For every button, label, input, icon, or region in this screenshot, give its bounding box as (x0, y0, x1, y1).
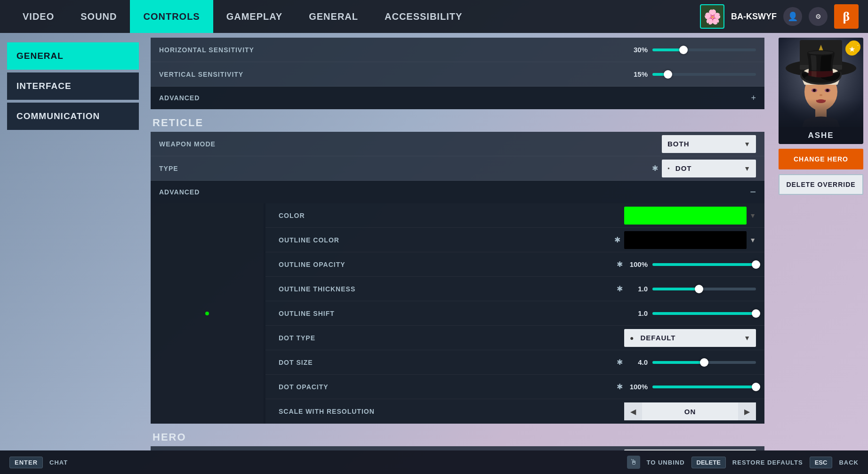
outline-shift-thumb[interactable] (752, 309, 760, 318)
nav-right-section: 🌸 BA-KSWYF 👤 ⚙ β (700, 4, 859, 29)
scale-right-arrow-icon[interactable]: ▶ (738, 402, 756, 420)
scale-resolution-row: SCALE WITH RESOLUTION ◀ ON ▶ (265, 399, 764, 424)
allied-health-bars-row: ALLIED HEALTH BARS DEFAULT ▼ (151, 446, 764, 450)
sidebar-item-interface[interactable]: INTERFACE (7, 72, 139, 100)
weapon-mode-value: BOTH (667, 140, 740, 148)
outline-shift-row: OUTLINE SHIFT 1.0 (265, 301, 764, 326)
chat-label: CHAT (49, 459, 68, 466)
mouse-icon: 🖱 (627, 456, 640, 469)
hero-name-bar: ASHE (779, 127, 863, 144)
horizontal-sensitivity-value: 30% (627, 46, 648, 54)
tab-accessibility[interactable]: ACCESSIBILITY (371, 0, 475, 33)
tab-video[interactable]: VIDEO (9, 0, 67, 33)
svg-rect-2 (800, 40, 842, 69)
outline-color-row: OUTLINE COLOR ✱ ▼ (265, 228, 764, 252)
sidebar-item-general[interactable]: GENERAL (7, 42, 139, 70)
outline-opacity-star-icon: ✱ (617, 260, 623, 269)
weapon-mode-row: WEAPON MODE BOTH ▼ (151, 132, 764, 156)
vertical-sensitivity-value: 15% (627, 70, 648, 78)
outline-thickness-slider[interactable] (652, 288, 756, 290)
dot-preview-area (151, 203, 264, 424)
horizontal-sensitivity-thumb[interactable] (679, 46, 688, 54)
dot-opacity-slider[interactable] (652, 386, 756, 388)
svg-point-9 (826, 89, 829, 92)
right-panel: ★ ASHE CHANGE HERO DELETE OVERRIDE (774, 33, 868, 450)
top-navigation: VIDEO SOUND CONTROLS GAMEPLAY GENERAL AC… (0, 0, 868, 33)
dot-opacity-star-icon: ✱ (617, 382, 623, 391)
advanced-collapsed-row[interactable]: ADVANCED + (151, 87, 764, 109)
type-arrow-icon: ▼ (744, 165, 750, 172)
dot-size-row: DOT SIZE ✱ 4.0 (265, 350, 764, 375)
type-label: TYPE (159, 165, 648, 172)
allied-health-bars-dropdown[interactable]: DEFAULT ▼ (624, 450, 756, 451)
delete-override-button[interactable]: DELETE OVERRIDE (779, 174, 863, 195)
avatar: 🌸 (700, 4, 724, 29)
type-dropdown[interactable]: ● DOT ▼ (662, 160, 756, 177)
tab-general[interactable]: GENERAL (296, 0, 371, 33)
horizontal-sensitivity-slider[interactable] (652, 48, 756, 51)
tab-controls[interactable]: CONTROLS (130, 0, 213, 33)
advanced-expand-icon: + (751, 93, 756, 103)
profile-icon[interactable]: 👤 (783, 7, 802, 26)
orange-action-button[interactable]: β (834, 4, 859, 29)
steam-icon[interactable]: ⚙ (809, 7, 828, 26)
sidebar: GENERAL INTERFACE COMMUNICATION (0, 33, 146, 450)
outline-opacity-slider[interactable] (652, 263, 756, 266)
hero-panel: ALLIED HEALTH BARS DEFAULT ▼ SHOW FRIEND… (151, 446, 764, 450)
dot-size-value: 4.0 (627, 358, 648, 366)
username-label: BA-KSWYF (731, 12, 777, 22)
outline-opacity-value: 100% (627, 260, 648, 268)
dot-size-thumb[interactable] (700, 358, 708, 367)
outline-thickness-value: 1.0 (627, 285, 648, 293)
horizontal-sensitivity-label: HORIZONTAL SENSITIVITY (159, 46, 627, 54)
svg-point-1 (786, 60, 856, 77)
weapon-mode-label: WEAPON MODE (159, 140, 662, 148)
hero-star-badge: ★ (845, 42, 859, 56)
outline-opacity-label: OUTLINE OPACITY (279, 261, 613, 268)
main-layout: GENERAL INTERFACE COMMUNICATION HORIZONT… (0, 33, 868, 450)
outline-color-swatch[interactable] (624, 231, 747, 249)
sidebar-item-communication[interactable]: COMMUNICATION (7, 103, 139, 130)
color-row: COLOR ▼ (265, 203, 764, 228)
tab-gameplay[interactable]: GAMEPLAY (213, 0, 296, 33)
scale-resolution-label: SCALE WITH RESOLUTION (279, 408, 624, 415)
dot-size-slider[interactable] (652, 361, 756, 364)
bottom-bar: ENTER CHAT 🖱 TO UNBIND DELETE RESTORE DE… (0, 450, 868, 474)
advanced-inner-header[interactable]: ADVANCED − (151, 181, 764, 203)
delete-key: DELETE (691, 457, 726, 468)
svg-point-7 (813, 89, 816, 92)
outline-thickness-row: OUTLINE THICKNESS ✱ 1.0 (265, 277, 764, 301)
outline-opacity-thumb[interactable] (752, 260, 760, 269)
dot-opacity-label: DOT OPACITY (279, 383, 613, 391)
vertical-sensitivity-slider[interactable] (652, 73, 756, 76)
outline-opacity-row: OUTLINE OPACITY ✱ 100% (265, 252, 764, 277)
svg-marker-4 (812, 45, 829, 61)
dot-opacity-fill (652, 386, 756, 388)
scale-left-arrow-icon[interactable]: ◀ (624, 402, 642, 420)
color-dropdown-arrow-icon: ▼ (749, 212, 756, 219)
advanced-inner-settings: COLOR ▼ OUTLINE COLOR ✱ ▼ (264, 203, 764, 424)
advanced-inner-wrapper: COLOR ▼ OUTLINE COLOR ✱ ▼ (151, 203, 764, 424)
vertical-sensitivity-row: VERTICAL SENSITIVITY 15% (151, 62, 764, 87)
advanced-collapsed-label: ADVANCED (159, 94, 751, 102)
back-label[interactable]: BACK (839, 459, 859, 466)
dot-size-fill (652, 361, 704, 364)
outline-shift-fill (652, 312, 756, 315)
dot-size-label: DOT SIZE (279, 359, 613, 366)
dot-opacity-thumb[interactable] (752, 383, 760, 391)
outline-opacity-fill (652, 263, 756, 266)
hero-portrait: ★ (779, 38, 863, 127)
change-hero-button[interactable]: CHANGE HERO (779, 149, 863, 169)
tab-sound[interactable]: SOUND (67, 0, 130, 33)
dot-type-dropdown[interactable]: ● DEFAULT ▼ (624, 329, 756, 347)
sensitivity-panel: HORIZONTAL SENSITIVITY 30% VERTICAL SENS… (151, 38, 764, 109)
outline-shift-slider[interactable] (652, 312, 756, 315)
dot-type-arrow-icon: ▼ (744, 334, 750, 342)
hero-card: ★ ASHE (779, 38, 863, 144)
reticle-section-header: RETICLE (151, 117, 764, 129)
restore-defaults-label[interactable]: RESTORE DEFAULTS (732, 459, 803, 466)
outline-thickness-thumb[interactable] (695, 285, 703, 293)
weapon-mode-dropdown[interactable]: BOTH ▼ (662, 135, 756, 153)
color-swatch[interactable] (624, 207, 747, 225)
vertical-sensitivity-thumb[interactable] (664, 70, 672, 79)
